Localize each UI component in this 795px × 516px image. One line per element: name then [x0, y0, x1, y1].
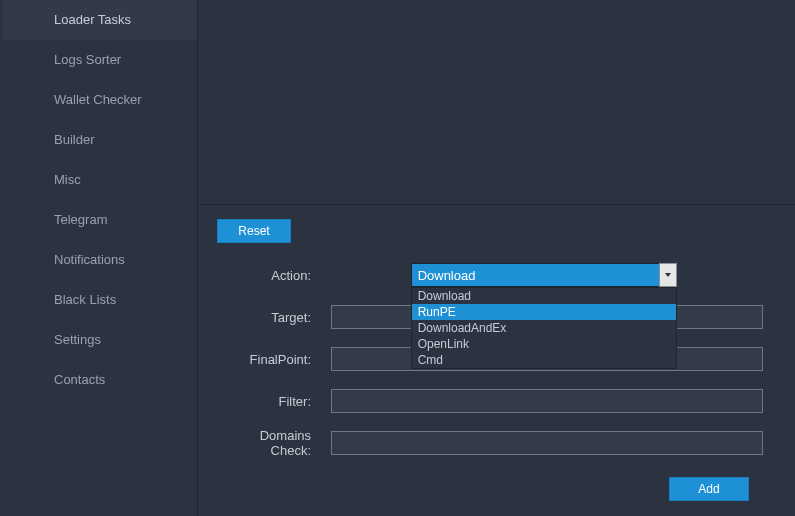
dropdown-item-runpe[interactable]: RunPE: [412, 304, 676, 320]
dropdown-item-openlink[interactable]: OpenLink: [412, 336, 676, 352]
sidebar-item-settings[interactable]: Settings: [0, 320, 197, 360]
form-area: Reset Action: Download RunPE DownloadAnd…: [199, 205, 795, 501]
action-dropdown: Download RunPE DownloadAndEx OpenLink Cm…: [411, 287, 677, 369]
sidebar-item-logs-sorter[interactable]: Logs Sorter: [0, 40, 197, 80]
sidebar-item-black-lists[interactable]: Black Lists: [0, 280, 197, 320]
sidebar-item-misc[interactable]: Misc: [0, 160, 197, 200]
reset-button[interactable]: Reset: [217, 219, 291, 243]
add-button[interactable]: Add: [669, 477, 749, 501]
label-finalpoint: FinalPoint:: [217, 352, 315, 367]
label-filter: Filter:: [217, 394, 315, 409]
sidebar-item-loader-tasks[interactable]: Loader Tasks: [0, 0, 197, 40]
dropdown-item-downloadandex[interactable]: DownloadAndEx: [412, 320, 676, 336]
domains-input[interactable]: [331, 431, 763, 455]
top-blank-area: [199, 0, 795, 205]
dropdown-item-cmd[interactable]: Cmd: [412, 352, 676, 368]
sidebar-item-contacts[interactable]: Contacts: [0, 360, 197, 400]
action-combo-input[interactable]: [411, 263, 659, 287]
label-action: Action:: [217, 268, 315, 283]
sidebar-item-wallet-checker[interactable]: Wallet Checker: [0, 80, 197, 120]
label-target: Target:: [217, 310, 315, 325]
sidebar-item-telegram[interactable]: Telegram: [0, 200, 197, 240]
sidebar: Loader Tasks Logs Sorter Wallet Checker …: [0, 0, 198, 516]
chevron-down-icon: [665, 273, 671, 277]
sidebar-item-notifications[interactable]: Notifications: [0, 240, 197, 280]
row-action: Action: Download RunPE DownloadAndEx Ope…: [217, 263, 775, 287]
action-combo[interactable]: Download RunPE DownloadAndEx OpenLink Cm…: [411, 263, 677, 287]
row-filter: Filter:: [217, 389, 775, 413]
main-panel: Reset Action: Download RunPE DownloadAnd…: [199, 0, 795, 516]
action-combo-button[interactable]: [659, 263, 677, 287]
filter-input[interactable]: [331, 389, 763, 413]
dropdown-item-download[interactable]: Download: [412, 288, 676, 304]
row-domains: Domains Check:: [217, 431, 775, 455]
sidebar-item-builder[interactable]: Builder: [0, 120, 197, 160]
label-domains: Domains Check:: [217, 428, 315, 458]
